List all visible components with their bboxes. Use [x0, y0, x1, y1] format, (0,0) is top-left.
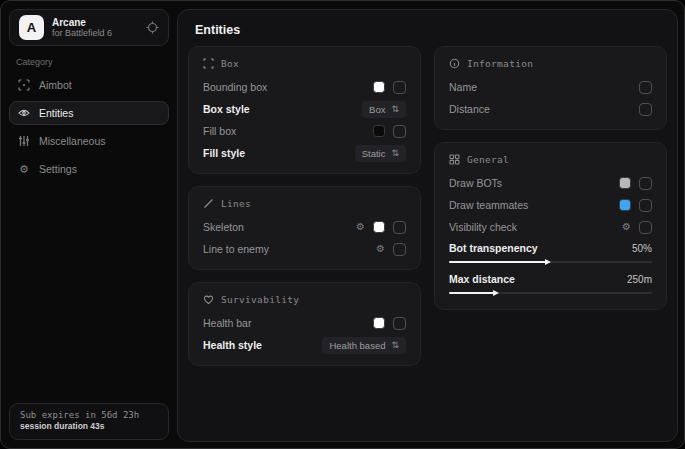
category-label: Category [16, 57, 53, 67]
panel-general: General Draw BOTs Draw teammates [434, 142, 667, 310]
bounding-box-checkbox[interactable] [393, 81, 406, 94]
setting-row-health-bar: Health bar [203, 312, 406, 334]
sidebar-item-aimbot[interactable]: Aimbot [9, 73, 169, 97]
subscription-card: Sub expires in 56d 23h session duration … [9, 403, 169, 440]
setting-row-name: Name [449, 76, 652, 98]
sidebar-item-miscellaneous[interactable]: Miscellaneous [9, 129, 169, 153]
app-subtitle: for Battlefield 6 [52, 28, 138, 38]
app-window: A Arcane for Battlefield 6 Category [0, 0, 685, 449]
setting-label: Fill box [203, 125, 373, 137]
sidebar-item-entities[interactable]: Entities [9, 101, 169, 125]
name-checkbox[interactable] [639, 81, 652, 94]
setting-label: Health bar [203, 317, 373, 329]
brand-text: Arcane for Battlefield 6 [52, 17, 138, 39]
setting-row-draw-teammates: Draw teammates [449, 194, 652, 216]
setting-label: Fill style [203, 147, 355, 159]
sidebar-item-label: Entities [39, 107, 73, 119]
color-swatch[interactable] [619, 177, 631, 189]
sidebar-item-label: Settings [39, 163, 77, 175]
slider-label: Bot transpenency [449, 242, 632, 254]
skeleton-checkbox[interactable] [393, 221, 406, 234]
target-icon[interactable] [146, 21, 159, 34]
color-swatch[interactable] [373, 221, 385, 233]
slider-fill [449, 292, 494, 294]
slider-bot-transparency: Bot transpenency 50% [449, 238, 652, 269]
panel-lines: Lines Skeleton ⚙ Line to enemy ⚙ [188, 186, 421, 270]
slider-track[interactable] [449, 261, 652, 263]
updown-arrows-icon: ⇅ [391, 105, 399, 114]
setting-label: Skeleton [203, 221, 356, 233]
slider-thumb[interactable] [545, 259, 551, 265]
slider-value: 50% [632, 243, 652, 254]
main-content: Entities Box Bounding box [177, 9, 678, 442]
sliders-icon [18, 135, 30, 147]
app-title: Arcane [52, 17, 138, 29]
panel-title: General [467, 154, 509, 165]
setting-label: Name [449, 81, 639, 93]
distance-checkbox[interactable] [639, 103, 652, 116]
line-to-enemy-checkbox[interactable] [393, 243, 406, 256]
setting-row-draw-bots: Draw BOTs [449, 172, 652, 194]
setting-label: Draw teammates [449, 199, 619, 211]
updown-arrows-icon: ⇅ [391, 341, 399, 350]
session-duration-text: session duration 43s [20, 421, 158, 432]
slider-value: 250m [627, 274, 652, 285]
color-swatch[interactable] [373, 81, 385, 93]
visibility-check-checkbox[interactable] [639, 221, 652, 234]
sidebar-nav: Aimbot Entities Miscellaneous [9, 73, 169, 181]
setting-row-skeleton: Skeleton ⚙ [203, 216, 406, 238]
panel-box-header: Box [203, 58, 406, 69]
panel-survivability: Survivability Health bar Health style He… [188, 282, 421, 366]
gear-icon: ⚙ [18, 164, 30, 175]
dropdown-value: Health based [329, 340, 385, 351]
panel-title: Box [221, 58, 239, 69]
slider-track[interactable] [449, 292, 652, 294]
setting-row-fill-box: Fill box [203, 120, 406, 142]
crosshair-icon [18, 79, 30, 91]
gear-icon[interactable]: ⚙ [356, 222, 365, 232]
panel-general-header: General [449, 154, 652, 165]
slider-thumb[interactable] [493, 290, 499, 296]
gear-icon[interactable]: ⚙ [622, 222, 631, 232]
setting-row-health-style: Health style Health based ⇅ [203, 334, 406, 356]
box-brackets-icon [203, 58, 214, 69]
color-swatch[interactable] [373, 125, 385, 137]
box-style-dropdown[interactable]: Box ⇅ [362, 101, 406, 118]
panel-title: Lines [221, 198, 251, 209]
setting-row-box-style: Box style Box ⇅ [203, 98, 406, 120]
fill-box-checkbox[interactable] [393, 125, 406, 138]
panel-title: Information [467, 58, 533, 69]
sidebar-item-label: Aimbot [39, 79, 72, 91]
setting-label: Visibility check [449, 221, 622, 233]
sidebar-item-label: Miscellaneous [39, 135, 106, 147]
health-bar-checkbox[interactable] [393, 317, 406, 330]
info-icon [449, 58, 460, 69]
color-swatch[interactable] [619, 199, 631, 211]
sidebar: A Arcane for Battlefield 6 Category [1, 1, 177, 448]
setting-row-line-to-enemy: Line to enemy ⚙ [203, 238, 406, 260]
draw-teammates-checkbox[interactable] [639, 199, 652, 212]
draw-bots-checkbox[interactable] [639, 177, 652, 190]
gear-icon[interactable]: ⚙ [376, 244, 385, 254]
right-column: Information Name Distance [434, 46, 667, 310]
setting-label: Draw BOTs [449, 177, 619, 189]
sidebar-item-settings[interactable]: ⚙ Settings [9, 157, 169, 181]
panel-survivability-header: Survivability [203, 294, 406, 305]
line-icon [203, 198, 214, 209]
panel-title: Survivability [221, 294, 299, 305]
page-title: Entities [195, 23, 677, 37]
updown-arrows-icon: ⇅ [391, 149, 399, 158]
left-column: Box Bounding box Box style Box ⇅ [188, 46, 421, 366]
fill-style-dropdown[interactable]: Static ⇅ [355, 145, 406, 162]
slider-fill [449, 261, 546, 263]
health-style-dropdown[interactable]: Health based ⇅ [322, 337, 406, 354]
dropdown-value: Box [369, 104, 385, 115]
color-swatch[interactable] [373, 317, 385, 329]
grid-icon [449, 154, 460, 165]
setting-row-visibility-check: Visibility check ⚙ [449, 216, 652, 238]
setting-label: Health style [203, 339, 322, 351]
setting-row-fill-style: Fill style Static ⇅ [203, 142, 406, 164]
brand-card: A Arcane for Battlefield 6 [9, 9, 169, 46]
setting-label: Distance [449, 103, 639, 115]
setting-label: Box style [203, 103, 362, 115]
